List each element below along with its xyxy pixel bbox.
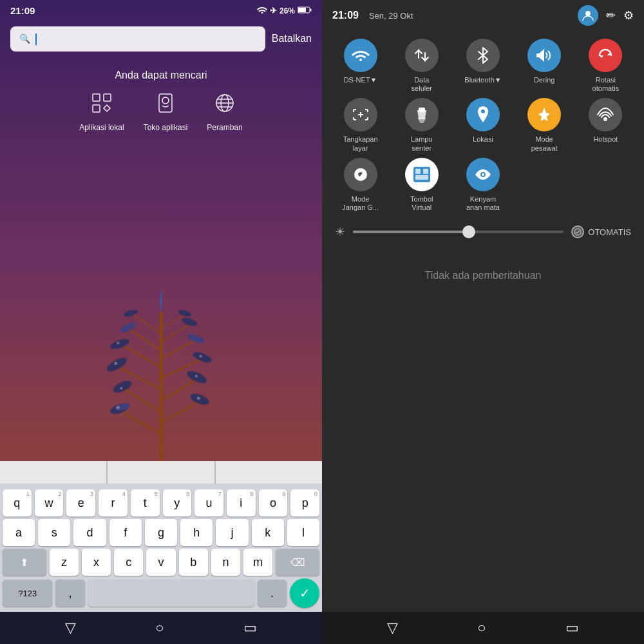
keyboard-row-3: ⬆ z x c v b n m ⌫: [3, 549, 319, 576]
key-x[interactable]: x: [82, 549, 111, 576]
right-nav-recents[interactable]: ▭: [565, 620, 579, 636]
key-a[interactable]: a: [3, 519, 35, 546]
qs-dnd[interactable]: ModeJangan G...: [332, 158, 388, 212]
qs-location[interactable]: Lokasi: [455, 98, 511, 152]
key-i[interactable]: 8i: [227, 489, 256, 516]
key-s[interactable]: s: [38, 519, 70, 546]
svg-rect-2: [310, 8, 312, 11]
cancel-button[interactable]: Batalkan: [272, 33, 312, 44]
nav-home-button[interactable]: ○: [155, 620, 164, 636]
right-nav-home[interactable]: ○: [477, 620, 486, 636]
key-d[interactable]: d: [73, 519, 106, 546]
qs-rotation[interactable]: Rotasiotomatis: [578, 39, 634, 93]
key-h[interactable]: h: [180, 519, 213, 546]
right-panel: 21:09 Sen, 29 Okt ✏ ⚙: [322, 0, 644, 644]
nav-back-button[interactable]: ▽: [65, 620, 76, 636]
wifi-icon: [257, 6, 267, 15]
settings-button[interactable]: ⚙: [623, 8, 634, 23]
qs-screenshot[interactable]: Tangkapanlayar: [332, 98, 388, 152]
browser-label: Peramban: [207, 123, 242, 132]
app-store-label: Toko aplikasi: [144, 123, 188, 132]
qs-airplane[interactable]: Modepesawat: [516, 98, 573, 152]
suggestion-1[interactable]: [0, 461, 107, 484]
search-suggestion-text: Anda dapat mencari: [0, 70, 322, 81]
key-space[interactable]: [88, 580, 254, 607]
key-q[interactable]: 1q: [3, 489, 32, 516]
key-l[interactable]: l: [287, 519, 319, 546]
key-z[interactable]: z: [50, 549, 79, 576]
key-m[interactable]: m: [243, 549, 272, 576]
qs-eye-protect[interactable]: Kenyamanan mata: [455, 158, 511, 212]
qs-sound-icon: [527, 39, 561, 72]
key-enter[interactable]: ✓: [290, 578, 319, 608]
quick-settings-grid: DS-NET▼ Dataseluler Bluetooth▼: [322, 31, 644, 220]
key-r[interactable]: 4r: [99, 489, 128, 516]
right-status-icons: ✏ ⚙: [578, 5, 634, 26]
key-c[interactable]: c: [114, 549, 143, 576]
svg-point-48: [482, 173, 484, 176]
qs-screenshot-label: Tangkapanlayar: [343, 135, 378, 152]
svg-rect-46: [415, 175, 428, 180]
key-j[interactable]: j: [216, 519, 248, 546]
key-comma[interactable]: ,: [55, 580, 84, 607]
brightness-slider[interactable]: [353, 231, 564, 233]
svg-point-34: [200, 355, 202, 357]
key-g[interactable]: g: [145, 519, 177, 546]
key-shift[interactable]: ⬆: [3, 549, 46, 576]
qs-hotspot[interactable]: Hotspot: [578, 98, 634, 152]
key-t[interactable]: 5t: [131, 489, 160, 516]
key-n[interactable]: n: [211, 549, 240, 576]
qs-flashlight[interactable]: Lampusenter: [393, 98, 450, 152]
key-e[interactable]: 3e: [66, 489, 95, 516]
notification-area: Tidak ada pemberitahuan: [322, 244, 644, 612]
key-w[interactable]: 2w: [35, 489, 64, 516]
svg-point-30: [114, 362, 117, 365]
key-f[interactable]: f: [109, 519, 142, 546]
key-p[interactable]: 0p: [290, 489, 319, 516]
key-o[interactable]: 9o: [259, 489, 288, 516]
avatar-button[interactable]: [578, 5, 598, 26]
category-local-apps[interactable]: Aplikasi lokal: [79, 91, 124, 132]
search-bar-container: 🔍 Batalkan: [0, 21, 322, 57]
qs-wifi-icon: [344, 39, 377, 72]
left-time: 21:09: [10, 5, 35, 16]
svg-rect-44: [415, 169, 421, 174]
auto-check-icon: [571, 225, 584, 238]
qs-wifi[interactable]: DS-NET▼: [332, 39, 388, 93]
suggestion-2[interactable]: [108, 461, 214, 484]
category-app-store[interactable]: Toko aplikasi: [144, 91, 188, 132]
suggestion-3[interactable]: [216, 461, 322, 484]
qs-rotation-icon: [589, 39, 622, 72]
no-notification-text: Tidak ada pemberitahuan: [425, 270, 542, 281]
key-k[interactable]: k: [252, 519, 284, 546]
edit-button[interactable]: ✏: [606, 8, 616, 23]
key-period[interactable]: .: [258, 580, 287, 607]
airplane-mode-icon: ✈: [270, 6, 277, 15]
qs-data[interactable]: Dataseluler: [393, 39, 450, 93]
right-date: Sen, 29 Okt: [369, 11, 413, 21]
key-y[interactable]: 6y: [163, 489, 192, 516]
keyboard-row-1: 1q 2w 3e 4r 5t 6y 7u 8i 9o 0p: [3, 489, 319, 516]
qs-dnd-label: ModeJangan G...: [342, 195, 379, 212]
qs-virtual-btn-icon: [405, 158, 439, 191]
key-v[interactable]: v: [146, 549, 175, 576]
qs-virtual-btn[interactable]: TombolVirtual: [393, 158, 450, 212]
battery-icon: [298, 6, 312, 15]
qs-flashlight-icon: [405, 98, 439, 131]
key-numeric[interactable]: ?123: [3, 580, 52, 607]
browser-icon: [213, 91, 236, 119]
nav-recents-button[interactable]: ▭: [243, 620, 257, 636]
brightness-auto[interactable]: OTOMATIS: [571, 225, 631, 238]
qs-sound[interactable]: Dering: [516, 39, 573, 93]
qs-bluetooth[interactable]: Bluetooth▼: [455, 39, 511, 93]
category-browser[interactable]: Peramban: [207, 91, 242, 132]
search-bar[interactable]: 🔍: [10, 26, 265, 52]
app-store-icon: [154, 91, 177, 119]
brightness-row: ☀ OTOMATIS: [322, 220, 644, 244]
key-b[interactable]: b: [179, 549, 208, 576]
key-backspace[interactable]: ⌫: [276, 549, 319, 576]
search-icon: 🔍: [19, 33, 30, 44]
right-nav-back[interactable]: ▽: [387, 620, 398, 636]
key-u[interactable]: 7u: [194, 489, 223, 516]
battery-percent: 26%: [279, 6, 295, 15]
